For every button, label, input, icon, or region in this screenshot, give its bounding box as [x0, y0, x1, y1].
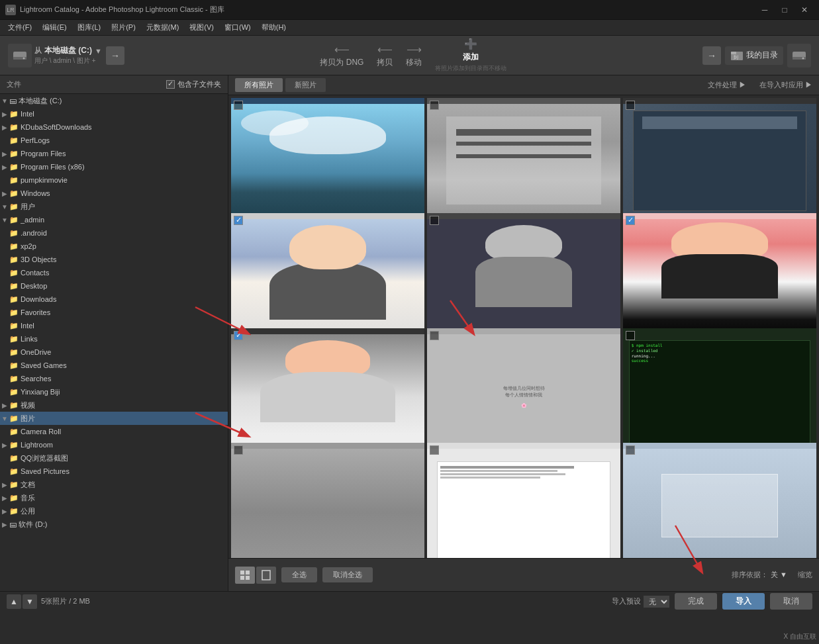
complete-button[interactable]: 完成: [675, 593, 717, 610]
tree-item-contacts[interactable]: 📁 Contacts: [0, 266, 228, 279]
include-subfolders-option[interactable]: 包含子文件夹: [166, 79, 221, 89]
menu-view[interactable]: 视图(V): [184, 21, 219, 34]
photo-check-6[interactable]: ✓: [626, 216, 635, 225]
photo-check-10[interactable]: [234, 445, 243, 455]
nav-down-button[interactable]: ▼: [23, 594, 37, 609]
tree-item-music[interactable]: ▶ 📁 音乐: [0, 491, 228, 504]
tree-item-downloads[interactable]: 📁 Downloads: [0, 293, 228, 306]
tree-item-lightroom[interactable]: ▶ 📁 Lightroom: [0, 438, 228, 451]
tree-item-desktop[interactable]: 📁 Desktop: [0, 279, 228, 293]
apply-on-import-label[interactable]: 在导入时应用 ▶: [759, 80, 812, 90]
svg-point-8: [802, 57, 804, 59]
photo-cell-12[interactable]: [623, 443, 816, 558]
tree-item-users[interactable]: ▼ 📁 用户: [0, 200, 228, 213]
import-button[interactable]: 导入: [722, 593, 765, 610]
tree-item-favorites[interactable]: 📁 Favorites: [0, 306, 228, 319]
nav-arrows[interactable]: ▲ ▼: [7, 594, 37, 609]
dest-arrow-button[interactable]: →: [702, 46, 721, 65]
folder-icon-pf86: 📁: [9, 163, 19, 171]
menu-file[interactable]: 文件(F): [3, 21, 37, 34]
tree-item-3dobjects[interactable]: 📁 3D Objects: [0, 253, 228, 266]
folder-icon-perflogs: 📁: [9, 136, 19, 145]
tree-item-documents[interactable]: ▶ 📁 文档: [0, 478, 228, 491]
exp-video: ▶: [0, 402, 9, 409]
maximize-button[interactable]: □: [775, 3, 794, 17]
source-arrow-button[interactable]: →: [106, 46, 124, 65]
tree-item-d-drive[interactable]: ▶ 🖴 软件 (D:): [0, 518, 228, 531]
photo-check-8[interactable]: [430, 331, 439, 340]
tree-item-links[interactable]: 📁 Links: [0, 332, 228, 345]
tree-item-qqscreenshot[interactable]: 📁 QQ浏览器截图: [0, 451, 228, 465]
sort-value[interactable]: 关 ▼: [771, 570, 787, 580]
import-move[interactable]: ⟶ 移动: [406, 43, 422, 68]
photo-cell-10[interactable]: [231, 443, 424, 558]
folder-icon-public: 📁: [9, 507, 19, 516]
import-copy[interactable]: ⟵ 拷贝: [377, 43, 393, 68]
label-onedrive: OneDrive: [21, 348, 51, 356]
tree-item-pictures[interactable]: ▼ 📁 图片: [0, 412, 228, 425]
photo-check-5[interactable]: [430, 216, 439, 225]
source-icon: 从: [34, 46, 42, 56]
title-bar-controls[interactable]: ─ □ ✕: [755, 3, 814, 17]
import-tabs-bar: 所有照片 新照片 文件处理 ▶ 在导入时应用 ▶: [228, 75, 819, 95]
tree-item-savedpictures[interactable]: 📁 Saved Pictures: [0, 465, 228, 478]
file-handling-label[interactable]: 文件处理 ▶: [708, 80, 746, 90]
status-left: ▲ ▼ 5张照片 / 2 MB: [7, 594, 90, 609]
menu-metadata[interactable]: 元数据(M): [141, 21, 185, 34]
import-preset-select[interactable]: 无: [644, 596, 669, 608]
drive-dropdown[interactable]: ▼: [95, 47, 102, 55]
tree-item-cameraroll[interactable]: 📁 Camera Roll: [0, 425, 228, 438]
nav-up-button[interactable]: ▲: [7, 594, 21, 609]
tree-item-android[interactable]: 📁 .android: [0, 226, 228, 240]
tree-item-savedgames[interactable]: 📁 Saved Games: [0, 359, 228, 372]
menu-help[interactable]: 帮助(H): [256, 21, 291, 34]
deselect-all-button[interactable]: 取消全选: [322, 567, 373, 582]
photo-cell-11[interactable]: [427, 443, 620, 558]
import-copy-dng[interactable]: ⟵ 拷贝为 DNG: [320, 43, 363, 68]
close-button[interactable]: ✕: [795, 3, 814, 17]
select-all-button[interactable]: 全选: [281, 567, 317, 582]
tree-item-programfiles86[interactable]: ▶ 📁 Program Files (x86): [0, 160, 228, 173]
menu-window[interactable]: 窗口(W): [219, 21, 256, 34]
panel-title: 文件: [7, 79, 21, 89]
grid-view-button[interactable]: [235, 567, 255, 584]
photo-check-7[interactable]: ✓: [234, 331, 243, 340]
tree-item-c-drive[interactable]: ▼ 🖴 本地磁盘 (C:): [0, 94, 228, 107]
tab-new-photos[interactable]: 新照片: [285, 78, 326, 92]
photo-check-2[interactable]: [430, 101, 439, 110]
tree-item-video[interactable]: ▶ 📁 视频: [0, 398, 228, 412]
menu-edit[interactable]: 编辑(E): [37, 21, 72, 34]
photo-check-11[interactable]: [430, 445, 439, 455]
single-view-button[interactable]: [256, 567, 276, 584]
tree-item-intel2[interactable]: 📁 Intel: [0, 319, 228, 332]
include-subfolders-checkbox[interactable]: [166, 80, 175, 89]
minimize-button[interactable]: ─: [755, 3, 774, 17]
tree-item-public[interactable]: ▶ 📁 公用: [0, 504, 228, 518]
tree-item-windows[interactable]: ▶ 📁 Windows: [0, 187, 228, 200]
menu-library[interactable]: 图库(L): [72, 21, 106, 34]
photo-check-12[interactable]: [626, 445, 635, 455]
sort-by-label: 排序依据：: [732, 570, 768, 580]
tree-item-pumpkin[interactable]: 📁 pumpkinmovie: [0, 173, 228, 187]
tree-item-perflogs[interactable]: 📁 PerfLogs: [0, 134, 228, 147]
tree-item-searches[interactable]: 📁 Searches: [0, 372, 228, 385]
tree-item-onedrive[interactable]: 📁 OneDrive: [0, 345, 228, 359]
label-links: Links: [21, 335, 38, 343]
label-windows: Windows: [21, 189, 50, 197]
photo-check-1[interactable]: [234, 101, 243, 110]
label-users: 用户: [21, 202, 35, 212]
import-add[interactable]: ➕ 添加 将照片添加到目录而不移动: [435, 38, 506, 73]
tree-item-programfiles[interactable]: ▶ 📁 Program Files: [0, 147, 228, 160]
photo-check-9[interactable]: [626, 331, 635, 340]
tab-all-photos[interactable]: 所有照片: [235, 78, 283, 92]
photo-check-3[interactable]: [626, 101, 635, 110]
tree-item-admin[interactable]: ▼ 📁 _admin: [0, 213, 228, 226]
tree-item-yinxiang[interactable]: 📁 Yinxiang Biji: [0, 385, 228, 398]
cancel-button[interactable]: 取消: [770, 593, 812, 610]
photo-check-4[interactable]: ✓: [234, 216, 243, 225]
menu-photo[interactable]: 照片(P): [106, 21, 141, 34]
tree-item-kduba[interactable]: ▶ 📁 KDubaSoftDownloads: [0, 120, 228, 134]
tree-item-intel1[interactable]: ▶ 📁 Intel: [0, 107, 228, 120]
tree-item-xp2p[interactable]: 📁 xp2p: [0, 240, 228, 253]
label-qq: QQ浏览器截图: [21, 453, 68, 463]
